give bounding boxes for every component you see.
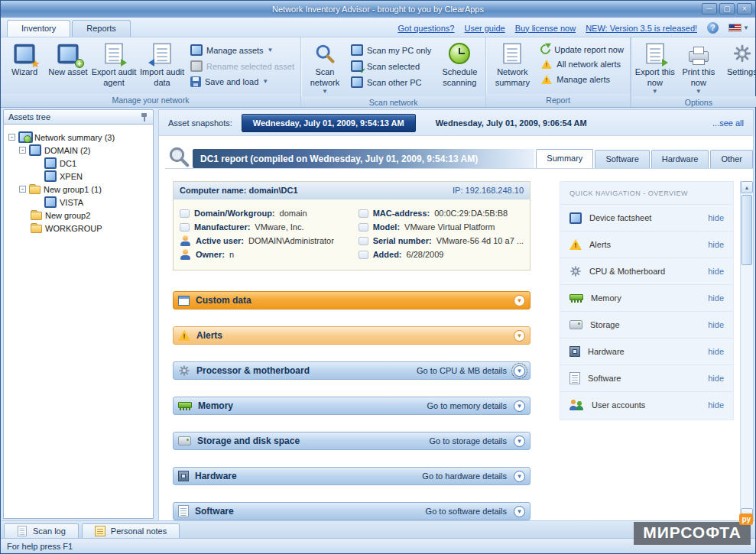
language-selector[interactable]: ▼ [728, 24, 749, 32]
see-all-link[interactable]: ...see all [712, 118, 744, 128]
export-audit-agent-button[interactable]: Export audit agent [90, 40, 138, 90]
hide-link[interactable]: hide [708, 293, 724, 303]
new-version-link[interactable]: NEW: Version 3.5 is released! [586, 24, 697, 33]
hide-link[interactable]: hide [708, 267, 724, 276]
quicknav-storage[interactable]: Storage hide [560, 311, 733, 338]
collapse-chevron-icon[interactable]: ▼ [514, 436, 525, 447]
section-processor-motherboard[interactable]: Processor & motherboard Go to CPU & MB d… [173, 361, 530, 380]
report-area: DC1 report (compiled on Wednesday, July … [159, 136, 753, 520]
collapse-chevron-icon[interactable]: ▼ [514, 365, 525, 377]
go-to-storage-details-link[interactable]: Go to storage details [429, 436, 507, 445]
collapse-chevron-icon[interactable]: ▼ [514, 330, 525, 342]
collapse-toggle-icon[interactable]: - [8, 134, 15, 141]
scan-selected-button[interactable]: ✓ Scan selected [351, 60, 431, 72]
collapse-chevron-icon[interactable]: ▼ [514, 471, 525, 482]
tab-summary[interactable]: Summary [536, 149, 593, 168]
section-hardware[interactable]: Hardware Go to hardware details ▼ [173, 467, 530, 485]
export-this-now-button[interactable]: Export this now ▼ [634, 40, 677, 96]
hide-link[interactable]: hide [708, 320, 724, 329]
scan-log-tab[interactable]: Scan log [4, 523, 79, 538]
quicknav-memory[interactable]: Memory hide [560, 284, 733, 311]
go-to-hardware-details-link[interactable]: Go to hardware details [422, 471, 507, 481]
quicknav-user-accounts[interactable]: User accounts hide [560, 391, 733, 418]
scan-network-button[interactable]: Scan network ▼ [303, 40, 346, 96]
tab-hardware[interactable]: Hardware [651, 150, 709, 168]
user-guide-link[interactable]: User guide [464, 24, 505, 33]
got-questions-link[interactable]: Got questions? [397, 24, 454, 33]
chevron-down-icon: ▼ [322, 89, 328, 95]
go-to-software-details-link[interactable]: Go to software details [426, 507, 507, 516]
tab-reports[interactable]: Reports [72, 20, 131, 37]
quicknav-device-factsheet[interactable]: Device factsheet hide [560, 204, 733, 231]
network-summary-button[interactable]: Network summary [488, 40, 536, 90]
update-report-button[interactable]: Update report now [540, 44, 624, 54]
tab-software[interactable]: Software [595, 150, 649, 168]
tree-item-network-summary[interactable]: - Network summary (3) [5, 131, 151, 144]
quicknav-alerts[interactable]: Alerts hide [560, 231, 733, 258]
tree-item-domain[interactable]: - DOMAIN (2) [5, 144, 151, 157]
section-memory[interactable]: Memory Go to memory details ▼ [173, 397, 530, 415]
quicknav-cpu-motherboard[interactable]: CPU & Motherboard hide [560, 258, 733, 284]
hide-link[interactable]: hide [708, 374, 724, 383]
minimize-icon[interactable]: ─ [702, 3, 717, 15]
tree-item-new-group1[interactable]: - New group1 (1) [5, 183, 151, 196]
quicknav-label: Device factsheet [589, 213, 651, 222]
quicknav-software[interactable]: Software hide [560, 364, 733, 391]
settings-button[interactable]: Settings [721, 40, 756, 79]
all-network-alerts-button[interactable]: All network alerts [540, 59, 624, 70]
manage-alerts-button[interactable]: Manage alerts [540, 74, 624, 85]
section-alerts[interactable]: Alerts ▼ [173, 326, 530, 345]
go-to-cpu-details-link[interactable]: Go to CPU & MB details [417, 366, 507, 375]
manufacturer-field-icon [180, 223, 190, 232]
tree-item-vista[interactable]: VISTA [5, 196, 151, 209]
collapse-chevron-icon[interactable]: ▼ [514, 400, 525, 412]
hide-link[interactable]: hide [708, 400, 724, 410]
go-to-memory-details-link[interactable]: Go to memory details [427, 401, 507, 410]
tab-inventory[interactable]: Inventory [7, 20, 70, 37]
pin-icon[interactable] [141, 112, 148, 122]
vertical-scrollbar[interactable]: ▲ ▼ [740, 181, 753, 520]
manage-assets-button[interactable]: Manage assets ▼ [190, 44, 294, 56]
save-and-load-button[interactable]: Save and load ▼ [190, 76, 294, 87]
personal-notes-tab[interactable]: Personal notes [82, 523, 180, 538]
collapse-toggle-icon[interactable]: - [19, 186, 26, 193]
scan-other-pc-button[interactable]: Scan other PC [351, 76, 431, 88]
rename-selected-asset-button[interactable]: Rename selected asset [190, 60, 294, 72]
import-audit-data-button[interactable]: Import audit data [138, 40, 186, 90]
scrollbar-thumb[interactable] [741, 195, 752, 265]
snapshot-button-latest[interactable]: Wednesday, July 01, 2009, 9:54:13 AM [242, 114, 416, 132]
header-links: Got questions? User guide Buy license no… [397, 22, 749, 37]
tree-item-workgroup[interactable]: WORKGROUP [5, 222, 151, 235]
snapshot-button-previous[interactable]: Wednesday, July 01, 2009, 9:06:54 AM [425, 115, 598, 131]
tree-item-new-group2[interactable]: New group2 [5, 209, 151, 222]
quicknav-hardware[interactable]: Hardware hide [560, 338, 733, 364]
print-this-now-button[interactable]: Print this now ▼ [677, 40, 720, 96]
help-icon[interactable]: ? [707, 22, 719, 34]
collapse-chevron-icon[interactable]: ▼ [514, 506, 525, 517]
print-this-now-icon [685, 41, 712, 66]
collapse-chevron-icon[interactable]: ▼ [514, 295, 525, 306]
tab-other[interactable]: Other [710, 150, 753, 168]
scan-my-pc-button[interactable]: Scan my PC only [351, 44, 431, 56]
scroll-up-icon[interactable]: ▲ [741, 181, 753, 193]
section-storage[interactable]: Storage and disk space Go to storage det… [173, 432, 530, 450]
hide-link[interactable]: hide [708, 240, 724, 249]
section-software[interactable]: Software Go to software details ▼ [173, 502, 530, 520]
maximize-icon[interactable]: ▢ [719, 3, 735, 15]
hide-link[interactable]: hide [708, 347, 724, 356]
schedule-scanning-button[interactable]: Schedule scanning [436, 40, 483, 90]
tree-item-xpen[interactable]: XPEN [5, 170, 151, 183]
report-magnifier-icon [165, 145, 193, 168]
new-asset-button[interactable]: + New asset [47, 40, 89, 79]
hide-link[interactable]: hide [708, 213, 724, 222]
wizard-button[interactable]: ★ Wizard [3, 40, 46, 79]
tree-item-dc1[interactable]: DC1 [5, 157, 151, 170]
computer-name: Computer name: domain\DC1 [180, 186, 298, 195]
section-custom-data[interactable]: Custom data ▼ [173, 291, 530, 309]
buy-license-link[interactable]: Buy license now [515, 24, 576, 33]
scan-other-pc-icon [351, 76, 363, 88]
close-icon[interactable]: × [737, 3, 752, 15]
domain-icon [29, 144, 41, 156]
collapse-toggle-icon[interactable]: - [19, 147, 26, 154]
gear-icon [569, 265, 582, 277]
